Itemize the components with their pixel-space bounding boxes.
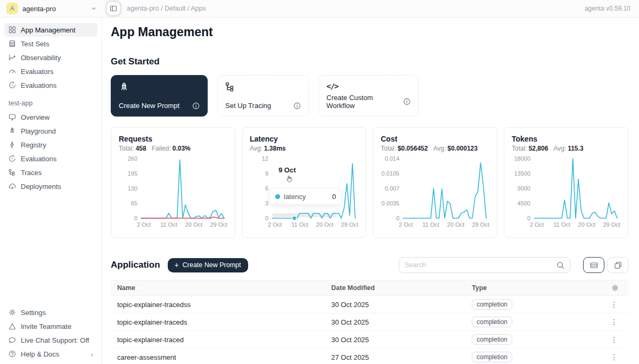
sidebar-item-evaluators[interactable]: Evaluators (4, 64, 97, 78)
sidebar-item-app-management[interactable]: App Management (4, 23, 97, 37)
search-icon[interactable] (556, 261, 564, 269)
sidebar-item-test-sets[interactable]: Test Sets (4, 37, 97, 51)
row-actions-button[interactable]: ⋮ (602, 300, 628, 309)
create-new-prompt-button[interactable]: + Create New Prompt (168, 258, 248, 272)
workspace-selector[interactable]: A agenta-pro (0, 3, 102, 14)
svg-text:0.014: 0.014 (384, 155, 399, 162)
info-icon[interactable] (403, 98, 411, 105)
svg-text:0.0105: 0.0105 (381, 170, 399, 177)
row-actions-button[interactable]: ⋮ (602, 318, 628, 326)
sidebar-item-label: Evaluations (21, 155, 56, 163)
svg-text:65: 65 (131, 200, 137, 206)
rocket-icon (9, 127, 16, 135)
card-label: Set Up Tracing (225, 102, 271, 110)
svg-text:29 Oct: 29 Oct (341, 221, 358, 228)
sidebar-item-playground[interactable]: Playground (4, 124, 97, 138)
sidebar-item-overview[interactable]: Overview (4, 110, 97, 124)
row-actions-button[interactable]: ⋮ (602, 335, 628, 344)
table-row-topic-explainer-traceds[interactable]: topic-explainer-traceds30 Oct 2025comple… (111, 313, 628, 331)
cell-name: topic-explainer-tracedss (111, 301, 325, 309)
help-icon (9, 350, 16, 358)
panel-icon (110, 5, 117, 12)
sidebar-item-invite-teammate[interactable]: Invite Teammate (4, 319, 97, 333)
sidebar-item-live-chat-support-off[interactable]: Live Chat Support: Off (4, 333, 97, 347)
cell-name: topic-explainer-traced (111, 336, 325, 344)
gear-icon (9, 309, 16, 316)
sidebar-item-observability[interactable]: Observability (4, 51, 97, 64)
plus-icon: + (175, 261, 179, 269)
sidebar-item-evaluations[interactable]: Evaluations (4, 152, 97, 166)
table-view-button[interactable] (583, 257, 604, 273)
type-badge: completion (472, 334, 512, 345)
create-new-prompt-card[interactable]: Create New Prompt (111, 75, 208, 117)
sidebar-item-help-docs[interactable]: Help & Docs› (4, 347, 97, 361)
gauge-icon (9, 68, 16, 75)
card-label: Create Custom Workflow (326, 94, 400, 110)
application-header: Application + Create New Prompt (111, 257, 628, 273)
sidebar-item-traces[interactable]: Traces (4, 166, 97, 179)
metric-chart[interactable]: 18000135009000450002 Oct11 Oct20 Oct29 O… (512, 155, 620, 233)
table-settings-button[interactable] (602, 284, 628, 292)
sidebar-item-deployments[interactable]: Deployments (4, 179, 97, 193)
table-header: Name Date Modified Type (111, 280, 628, 296)
sidebar-app-nav: OverviewPlaygroundRegistryEvaluationsTra… (4, 110, 97, 193)
metric-chart[interactable]: 0.0140.01050.0070.003502 Oct11 Oct20 Oct… (381, 155, 489, 233)
cloud-icon (9, 183, 16, 190)
sidebar-item-label: Live Chat Support: Off (21, 336, 89, 344)
card-label: Create New Prompt (119, 102, 179, 110)
evaluations-icon (9, 81, 16, 89)
search-input[interactable] (405, 261, 556, 269)
create-custom-workflow-card[interactable]: </> Create Custom Workflow (318, 75, 419, 117)
svg-text:20 Oct: 20 Oct (578, 221, 595, 228)
sidebar-item-label: Invite Teammate (21, 322, 71, 330)
sidebar-item-registry[interactable]: Registry (4, 138, 97, 152)
row-actions-button[interactable]: ⋮ (602, 353, 628, 361)
svg-text:0: 0 (527, 215, 530, 221)
cell-date-modified: 27 Oct 2025 (325, 353, 465, 361)
tracing-icon (225, 82, 301, 92)
column-header-date-modified: Date Modified (325, 284, 465, 292)
svg-text:20 Oct: 20 Oct (316, 221, 333, 228)
cell-type: completion (465, 352, 602, 362)
metric-stat: Avg:1.38ms (250, 145, 286, 152)
applications-table: Name Date Modified Type topic-explainer-… (111, 280, 628, 364)
info-icon[interactable] (293, 102, 301, 110)
metric-chart[interactable]: 1296302 Oct11 Oct20 Oct29 Oct (250, 155, 358, 233)
card-view-button[interactable] (607, 257, 628, 273)
table-row-topic-explainer-traced[interactable]: topic-explainer-traced30 Oct 2025complet… (111, 331, 628, 349)
metric-title: Cost (381, 135, 489, 143)
cell-type: completion (465, 317, 602, 327)
sidebar-item-label: Observability (21, 54, 61, 62)
svg-text:9: 9 (265, 170, 268, 177)
cell-type: completion (465, 299, 602, 310)
metric-title: Requests (119, 135, 227, 143)
svg-text:0.007: 0.007 (384, 185, 399, 192)
monitor-icon (9, 113, 16, 121)
chat-icon (9, 336, 16, 344)
type-badge: completion (472, 299, 512, 310)
sidebar-item-settings[interactable]: Settings (4, 305, 97, 319)
svg-text:20 Oct: 20 Oct (447, 221, 464, 228)
app-version: agenta v0.59.10 (585, 5, 639, 12)
sidebar: App ManagementTest SetsObservabilityEval… (0, 18, 102, 364)
column-header-name: Name (111, 284, 325, 292)
set-up-tracing-card[interactable]: Set Up Tracing (217, 75, 309, 117)
svg-text:11 Oct: 11 Oct (160, 221, 177, 228)
table-row-career-assessment[interactable]: career-assessment27 Oct 2025completion⋮ (111, 349, 628, 364)
sidebar-footer-nav: SettingsInvite TeammateLive Chat Support… (4, 305, 97, 361)
cell-date-modified: 30 Oct 2025 (325, 301, 465, 309)
code-icon: </> (326, 82, 411, 90)
column-header-type: Type (465, 284, 602, 292)
sidebar-item-label: Deployments (21, 183, 61, 191)
sidebar-item-evaluations[interactable]: Evaluations (4, 78, 97, 92)
chevron-right-icon: › (91, 350, 93, 358)
sidebar-item-label: App Management (21, 26, 76, 34)
cell-type: completion (465, 334, 602, 345)
metric-stat: Failed:0.03% (152, 145, 191, 152)
svg-text:0: 0 (396, 215, 399, 221)
sidebar-toggle-button[interactable] (106, 2, 120, 15)
metric-chart[interactable]: 2601951306502 Oct11 Oct20 Oct29 Oct (119, 155, 227, 233)
svg-text:11 Oct: 11 Oct (553, 221, 570, 228)
info-icon[interactable] (192, 102, 200, 110)
table-row-topic-explainer-tracedss[interactable]: topic-explainer-tracedss30 Oct 2025compl… (111, 296, 628, 313)
